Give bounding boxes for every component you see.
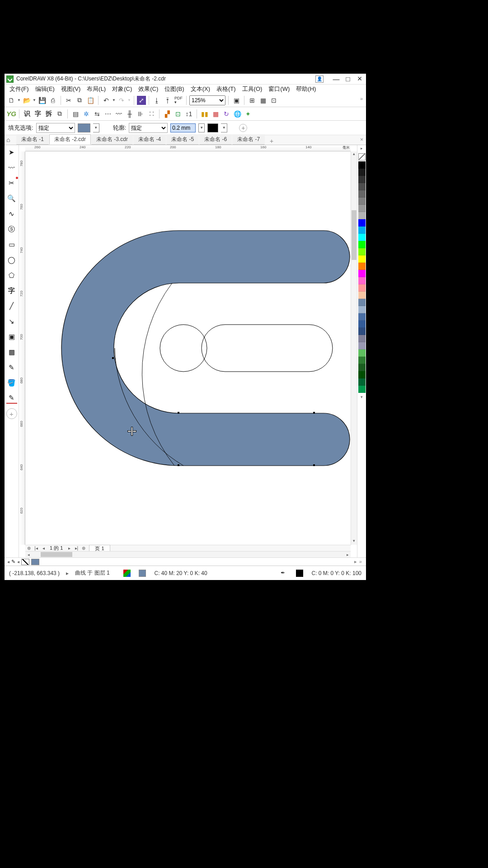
pattern-icon[interactable]: ✲ (81, 109, 91, 119)
menu-item[interactable]: 对象(C) (109, 85, 135, 94)
palette-more-icon[interactable]: ▾ (361, 395, 363, 399)
palette-swatch[interactable] (358, 176, 366, 183)
paste-icon[interactable]: 📋 (85, 95, 95, 105)
drawing-canvas[interactable] (25, 151, 351, 545)
pick-tool-icon[interactable]: ➤ (6, 147, 17, 158)
palette-swatch[interactable] (358, 169, 366, 176)
outline-color-dropdown[interactable]: ▼ (221, 123, 227, 132)
palette-swatch[interactable] (358, 321, 366, 328)
document-tab[interactable]: 未命名 -7 (232, 134, 265, 145)
artistic-media-icon[interactable]: ⓢ (6, 224, 17, 235)
menu-item[interactable]: 效果(C) (135, 85, 161, 94)
page-add-before-icon[interactable]: ⊕ (25, 546, 33, 551)
palette-swatch[interactable] (358, 364, 366, 371)
palette-swatch[interactable] (358, 205, 366, 212)
menu-item[interactable]: 窗口(W) (265, 85, 293, 94)
tab-close-icon[interactable]: × (360, 137, 363, 143)
font-icon[interactable]: 字 (33, 109, 43, 119)
duplicate-icon[interactable]: ⧉ (55, 109, 65, 119)
scroll-up-icon[interactable]: ▴ (351, 151, 357, 158)
polygon-tool-icon[interactable]: ⬠ (6, 270, 17, 281)
palette-swatch[interactable] (358, 292, 366, 299)
export-icon[interactable]: ⭱ (163, 95, 173, 105)
measure-icon[interactable]: ↕1 (184, 109, 194, 119)
shape-tool-icon[interactable]: 〰 (6, 162, 17, 173)
menu-item[interactable]: 帮助(H) (293, 85, 319, 94)
palette-swatch[interactable] (358, 234, 366, 241)
document-tab[interactable]: 未命名 -4 (133, 134, 166, 145)
palette-swatch[interactable] (358, 277, 366, 284)
node-edit-icon[interactable]: ⋯ (103, 109, 113, 119)
maximize-button[interactable]: □ (343, 75, 352, 83)
transparency-tool-icon[interactable]: ▩ (6, 347, 17, 358)
v-scroll-thumb[interactable] (352, 210, 357, 260)
outline-width-dropdown[interactable]: ▼ (198, 123, 205, 132)
cut-icon[interactable]: ✂ (64, 95, 74, 105)
palette-swatch[interactable] (358, 357, 366, 364)
palette-swatch[interactable] (358, 198, 366, 205)
fill-color-dropdown[interactable]: ▼ (93, 123, 99, 132)
text-tool-icon[interactable]: 字 (6, 285, 17, 296)
palette-swatch[interactable] (358, 299, 366, 306)
guides-toggle-icon[interactable]: ⊡ (269, 95, 279, 105)
menu-item[interactable]: 文本(X) (188, 85, 213, 94)
quick-customize-icon[interactable]: + (6, 408, 17, 419)
palette-swatch[interactable] (358, 335, 366, 342)
menu-item[interactable]: 表格(T) (213, 85, 239, 94)
palette-swatch[interactable] (358, 263, 366, 270)
undo-icon[interactable]: ↶ (101, 95, 111, 105)
palette-swatch[interactable] (358, 386, 366, 393)
new-file-dropdown[interactable]: ▼ (17, 95, 21, 105)
selection-tool-icon[interactable]: ⸬ (146, 109, 156, 119)
page-next-icon[interactable]: ▸ (66, 546, 73, 551)
drop-shadow-icon[interactable]: ▣ (6, 331, 17, 342)
palette-swatch[interactable] (358, 241, 366, 248)
fill-tool-icon[interactable]: 🪣 (6, 377, 17, 388)
palette-swatch[interactable] (358, 349, 366, 357)
page-first-icon[interactable]: |◂ (33, 546, 40, 551)
document-tab[interactable]: 未命名 -2.cdr (49, 134, 91, 145)
fill-mode-select[interactable]: 指定 (36, 123, 75, 133)
step-repeat-icon[interactable]: ⇆ (92, 109, 102, 119)
toolbar-overflow[interactable]: » (360, 96, 363, 101)
ruler-vertical[interactable]: 780760740720700680660640620 (19, 151, 25, 545)
outline-pen-icon[interactable]: ✒ (281, 570, 288, 577)
document-tab[interactable]: 未命名 -3.cdr (91, 134, 133, 145)
fill-status-icon[interactable] (139, 570, 146, 577)
distribute-v-icon[interactable]: ⊪ (136, 109, 145, 119)
search-content-icon[interactable]: ⤢ (137, 96, 146, 105)
outline-status-swatch[interactable] (296, 570, 303, 577)
page-prev-icon[interactable]: ◂ (40, 546, 47, 551)
page-add-after-icon[interactable]: ⊕ (80, 546, 87, 551)
zoom-tool-icon[interactable]: 🔍 (6, 193, 17, 204)
menu-item[interactable]: 视图(V) (58, 85, 84, 94)
globe-icon[interactable]: 🌐 (232, 109, 242, 119)
rulers-toggle-icon[interactable]: ⊞ (247, 95, 257, 105)
outline-width-input[interactable] (170, 123, 196, 132)
eyedropper-mini-icon[interactable]: ✎ (11, 559, 15, 565)
palette-left-icon[interactable]: ◂ (7, 559, 9, 564)
document-tab[interactable]: 未命名 -6 (199, 134, 232, 145)
macro-icon[interactable]: ↻ (221, 109, 231, 119)
status-next-icon[interactable]: ▸ (66, 570, 69, 576)
copy-icon[interactable]: ⧉ (75, 95, 84, 105)
print-icon[interactable]: ⎙ (48, 95, 58, 105)
menu-item[interactable]: 文件(F) (6, 85, 32, 94)
menu-item[interactable]: 位图(B) (161, 85, 187, 94)
pdf-icon[interactable]: PDF▾ (174, 95, 183, 105)
parallel-dimension-icon[interactable]: ╱ (6, 301, 17, 311)
qr-icon[interactable]: ▦ (211, 109, 221, 119)
document-tab[interactable]: 未命名 -5 (166, 134, 199, 145)
new-file-icon[interactable]: 🗋 (6, 95, 16, 105)
outline-tool-icon[interactable]: ✎ (6, 393, 17, 404)
rectangle-tool-icon[interactable]: ▭ (6, 239, 17, 250)
palette-swatch[interactable] (358, 284, 366, 292)
pixel-edit-icon[interactable]: ▞ (162, 109, 172, 119)
freehand-tool-icon[interactable]: ∿ (6, 208, 17, 219)
document-tab[interactable]: 未命名 -1 (16, 134, 49, 145)
horizontal-scrollbar[interactable]: ◂ ▸ (25, 551, 351, 557)
open-file-dropdown[interactable]: ▼ (33, 95, 36, 105)
sign-in-icon[interactable]: 👤 (315, 75, 324, 83)
scroll-left-icon[interactable]: ◂ (25, 552, 32, 557)
zoom-level-select[interactable]: 125% (189, 95, 225, 105)
